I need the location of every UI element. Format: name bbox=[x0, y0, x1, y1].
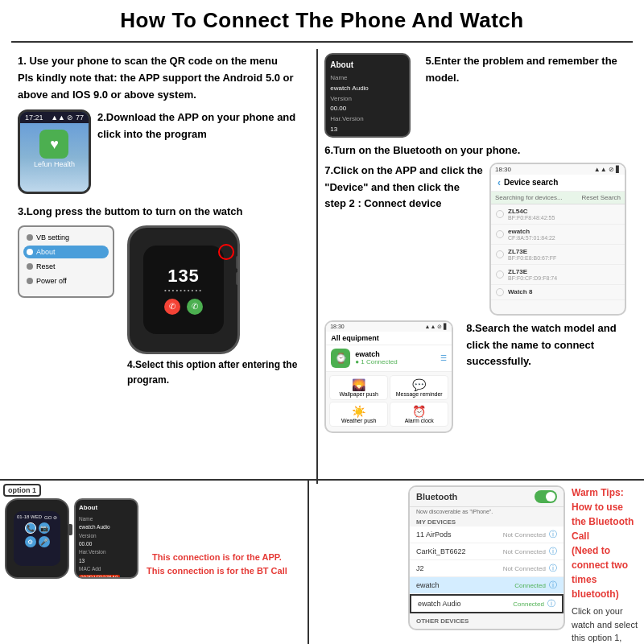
about-small-screen: About Name ewatch Audio Version 00.00 Ha… bbox=[74, 498, 138, 579]
warm-tips: Warm Tips: How to use the Bluetooth Call… bbox=[572, 485, 638, 644]
reset-search-btn[interactable]: Reset Search bbox=[582, 194, 621, 201]
device-item-zl54c[interactable]: ZL54C BF:F0:F8:48:42:55 bbox=[491, 204, 625, 225]
phone-statusbar: 17:21 ▲▲ ⊘ 77 bbox=[20, 112, 89, 123]
step3-text: 3.Long press the buttom to turn on the w… bbox=[18, 204, 310, 221]
phone-icons: ▲▲ ⊘ 77 bbox=[51, 114, 84, 122]
device-item-ewatch[interactable]: ewatch CF:8A:57:01:84:22 bbox=[491, 225, 625, 245]
bt-settings-screen: Bluetooth Now discoverable as "iPhone". … bbox=[408, 485, 565, 630]
settings-icon: ⚙ bbox=[25, 536, 36, 547]
watch-side-buttons bbox=[236, 256, 240, 285]
watch-icon-row: 📞 📷 bbox=[25, 522, 50, 534]
bottom-left: option 1 01-18 WED GO ⊘ 📞 📷 bbox=[0, 481, 309, 644]
phone-screenshot: 17:21 ▲▲ ⊘ 77 ♥ Lefun Health bbox=[18, 109, 91, 194]
watch-small: 01-18 WED GO ⊘ 📞 📷 ⚙ 🎤 bbox=[5, 498, 69, 579]
step5-row: About Name ewatch Audio Version 00.00 Ha… bbox=[324, 53, 626, 138]
alarm-clock: ⏰ Alarm clock bbox=[390, 402, 448, 427]
menu-screenshot: VB setting About Reset Power off bbox=[18, 225, 114, 298]
menu-row-reset: Reset bbox=[23, 260, 109, 273]
option-badge: option 1 bbox=[3, 484, 41, 497]
device-item-watch8[interactable]: Watch 8 bbox=[491, 285, 625, 300]
wallpaper-push: 🌄 Wallpaper push bbox=[329, 375, 388, 400]
step6-text: 6.Turn on the Bluetooth on your phone. bbox=[324, 142, 626, 159]
bt-device-ewatch-audio[interactable]: ewatch Audio Connected ⓘ bbox=[410, 594, 564, 613]
device-icon: ⌚ bbox=[331, 349, 350, 368]
right-column: About Name ewatch Audio Version 00.00 Ha… bbox=[318, 49, 633, 484]
app-icon: ♥ bbox=[39, 130, 68, 159]
warm-tips-title: Warm Tips: How to use the Bluetooth Call… bbox=[572, 485, 638, 601]
watch-image: 135 •••••••••• ✆ ✆ bbox=[127, 225, 240, 354]
step1-block: 1. Use your phone to scan the QR code on… bbox=[18, 53, 310, 103]
red-text-bt: This connection is for the BT Call bbox=[147, 564, 287, 579]
warm-tips-body: Click on your watch and select this opti… bbox=[572, 605, 638, 644]
device-search-screen: 18:30 ▲▲ ⊘ ▋ ‹ Device search Searching f… bbox=[489, 163, 626, 316]
call-answer-btn: ✆ bbox=[187, 299, 203, 315]
menu-row-power: Power off bbox=[23, 275, 109, 287]
step7-text: 7.Click on the APP and click the "Device… bbox=[324, 163, 483, 213]
device-item-zl73e-1[interactable]: ZL73E BF:F0:E8:B0:67:FF bbox=[491, 245, 625, 265]
watch-call-buttons: ✆ ✆ bbox=[164, 299, 203, 315]
watch-menu-row: VB setting About Reset Power off bbox=[18, 225, 310, 388]
step5-text: 5.Enter the problem and remember the mod… bbox=[425, 53, 626, 87]
watch-small-screen: 01-18 WED GO ⊘ 📞 📷 ⚙ 🎤 bbox=[14, 511, 60, 566]
step4-text: 4.Select this option after entering the … bbox=[127, 357, 310, 388]
connected-device-row: ⌚ ewatch ● 1 Connected ☰ bbox=[326, 345, 452, 372]
red-text-app: This connection is for the APP. bbox=[147, 551, 287, 565]
step3-row: 3.Long press the buttom to turn on the w… bbox=[18, 199, 310, 221]
bt-device-airpods[interactable]: 11 AirPods Not Connected ⓘ bbox=[410, 526, 564, 543]
connected-grid: 🌄 Wallpaper push 💬 Message reminder ☀️ W… bbox=[326, 372, 452, 430]
about-screen: About Name ewatch Audio Version 00.00 Ha… bbox=[324, 53, 411, 138]
watch-screen: 135 •••••••••• ✆ ✆ bbox=[143, 246, 224, 334]
page: How To Connect The Phone And Watch 1. Us… bbox=[0, 0, 644, 644]
upper-area: 1. Use your phone to scan the QR code on… bbox=[11, 49, 633, 484]
device-item-zl73e-2[interactable]: ZL73E BF:F0:CF:D9:F8:74 bbox=[491, 265, 625, 285]
step2-row: 17:21 ▲▲ ⊘ 77 ♥ Lefun Health 2.Download … bbox=[18, 109, 310, 194]
weather-push: ☀️ Weather push bbox=[329, 402, 388, 427]
menu-row-vb: VB setting bbox=[23, 231, 109, 244]
bottom-right: Bluetooth Now discoverable as "iPhone". … bbox=[309, 481, 644, 644]
step2-text: 2.Download the APP on your phone and cli… bbox=[97, 109, 310, 143]
phone-time: 17:21 bbox=[25, 114, 43, 122]
title-divider bbox=[11, 41, 633, 43]
step7-row: 7.Click on the APP and click the "Device… bbox=[324, 163, 626, 316]
step1-text: 1. Use your phone to scan the QR code on… bbox=[18, 53, 310, 103]
left-column: 1. Use your phone to scan the QR code on… bbox=[11, 49, 318, 484]
camera-icon: 📷 bbox=[39, 522, 50, 534]
message-reminder: 💬 Message reminder bbox=[390, 375, 448, 400]
step8-row: 18:30 ▲▲ ⊘ ▋ All equipment ⌚ ewatch ● 1 … bbox=[324, 320, 626, 433]
phone-icon: 📞 bbox=[25, 522, 36, 534]
bt-device-carkit[interactable]: CarKit_BT6622 Not Connected ⓘ bbox=[410, 543, 564, 560]
bt-device-ewatch[interactable]: ewatch Connected ⓘ bbox=[410, 577, 564, 594]
bt-device-j2[interactable]: J2 Not Connected ⓘ bbox=[410, 560, 564, 577]
bottom-section: option 1 01-18 WED GO ⊘ 📞 📷 bbox=[0, 479, 644, 644]
menu-row-about: About bbox=[23, 246, 109, 258]
mic-icon: 🎤 bbox=[39, 536, 50, 547]
call-end-btn: ✆ bbox=[164, 299, 180, 315]
watch-highlight-circle bbox=[218, 244, 234, 260]
about-mac-highlight: 002D1FD376A8 bbox=[79, 575, 120, 579]
connected-screen: 18:30 ▲▲ ⊘ ▋ All equipment ⌚ ewatch ● 1 … bbox=[324, 320, 453, 433]
page-title: How To Connect The Phone And Watch bbox=[11, 8, 633, 33]
bt-toggle[interactable] bbox=[535, 490, 557, 503]
app-label: Lefun Health bbox=[20, 160, 89, 168]
step8-text: 8.Search the watch model and click the n… bbox=[466, 320, 626, 370]
